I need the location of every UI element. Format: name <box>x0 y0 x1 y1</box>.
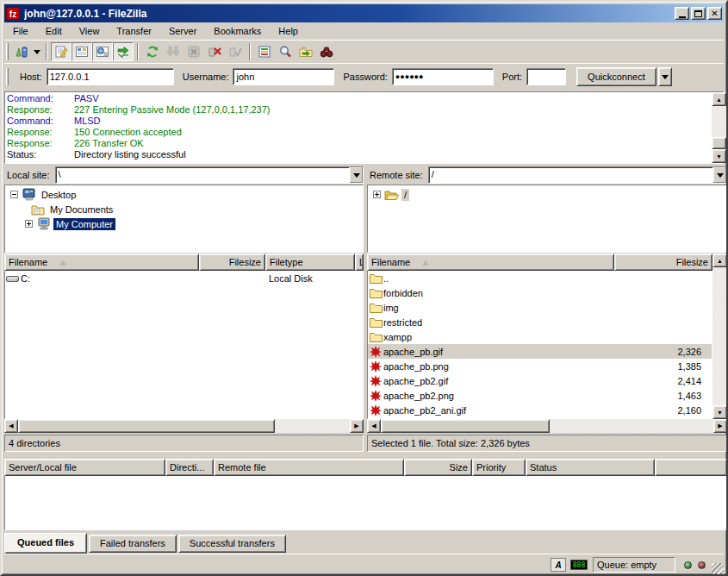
toggle-message-log-button[interactable] <box>51 42 72 61</box>
remote-site-dropdown[interactable] <box>712 167 726 183</box>
find-files-button[interactable] <box>316 42 337 61</box>
menu-edit[interactable]: Edit <box>37 23 71 39</box>
username-input[interactable] <box>233 68 334 85</box>
message-log-icon <box>54 45 68 59</box>
scroll-left-icon[interactable]: ◀ <box>4 419 18 433</box>
column-server-local-file[interactable]: Server/Local file <box>4 459 165 476</box>
remote-site-combo[interactable]: / <box>428 166 727 184</box>
tab-failed-transfers[interactable]: Failed transfers <box>89 535 177 553</box>
tree-item-my-computer[interactable]: My Computer <box>5 216 363 231</box>
toolbar-grip[interactable] <box>6 43 9 60</box>
menu-server[interactable]: Server <box>160 23 205 39</box>
queue-list[interactable] <box>4 476 727 530</box>
column-filetype[interactable]: Filetype <box>265 254 355 271</box>
speed-limits-icon[interactable]: 888 <box>570 560 588 570</box>
directory-filters-button[interactable] <box>254 42 275 61</box>
menu-bookmarks[interactable]: Bookmarks <box>205 23 270 39</box>
file-row[interactable]: img <box>368 300 712 315</box>
column-status[interactable]: Status <box>526 459 655 476</box>
local-tree[interactable]: Desktop My Documents My Computer <box>4 185 364 253</box>
image-file-icon <box>368 404 383 416</box>
local-site-dropdown[interactable] <box>349 167 363 183</box>
tree-item-my-documents[interactable]: My Documents <box>5 202 363 216</box>
tab-successful-transfers[interactable]: Successful transfers <box>178 535 286 553</box>
disconnect-button[interactable] <box>204 42 225 61</box>
column-remote-file[interactable]: Remote file <box>214 459 404 476</box>
expand-icon[interactable] <box>25 220 33 228</box>
transfer-type-icon[interactable]: A <box>551 558 566 572</box>
local-hscrollbar[interactable]: ◀ ▶ <box>4 419 364 433</box>
site-manager-button[interactable] <box>11 42 32 61</box>
scroll-up-icon[interactable]: ▲ <box>712 92 726 106</box>
column-filesize[interactable]: Filesize <box>614 254 712 271</box>
local-file-list[interactable]: C: Local Disk <box>4 271 364 419</box>
column-direction[interactable]: Directi... <box>165 459 214 476</box>
scroll-down-icon[interactable]: ▼ <box>712 149 726 163</box>
maximize-button[interactable] <box>691 7 706 20</box>
scroll-left-icon[interactable]: ◀ <box>367 419 381 433</box>
port-input[interactable] <box>526 68 566 85</box>
column-last-modified[interactable]: L <box>355 254 364 271</box>
local-site-combo[interactable]: \ <box>55 166 364 184</box>
tab-queued-files[interactable]: Queued files <box>4 533 87 554</box>
column-filesize[interactable]: Filesize <box>199 254 265 271</box>
remote-tree[interactable]: / <box>367 185 727 253</box>
log-line: Response:226 Transfer OK <box>7 138 721 149</box>
column-priority[interactable]: Priority <box>472 459 526 476</box>
password-input[interactable] <box>392 68 494 85</box>
refresh-button[interactable] <box>142 42 163 61</box>
cancel-operation-button[interactable] <box>184 42 204 61</box>
resize-grip-icon[interactable] <box>712 563 724 575</box>
column-size[interactable]: Size <box>404 459 472 476</box>
scroll-thumb[interactable] <box>18 419 275 433</box>
file-row-selected[interactable]: apache_pb.gif 2,326 <box>368 344 712 359</box>
collapse-icon[interactable] <box>10 191 18 198</box>
remote-file-list[interactable]: .. forbidden img restricted xampp <box>367 271 712 419</box>
quickconnect-dropdown[interactable] <box>658 67 672 86</box>
scroll-right-icon[interactable]: ▶ <box>713 419 727 433</box>
menu-transfer[interactable]: Transfer <box>108 23 160 39</box>
toggle-local-tree-button[interactable] <box>72 42 92 61</box>
quickconnect-button[interactable]: Quickconnect <box>576 67 656 86</box>
title-bar[interactable]: fz john@127.0.0.1 - FileZilla ✕ <box>4 4 724 22</box>
process-queue-button[interactable] <box>163 42 184 61</box>
menu-help[interactable]: Help <box>270 23 307 39</box>
message-log[interactable]: Command:PASV Response:227 Entering Passi… <box>4 91 724 164</box>
log-scrollbar[interactable]: ▲ ▼ <box>712 92 726 163</box>
file-row[interactable]: apache_pb2.png 1,463 <box>368 388 712 403</box>
scroll-right-icon[interactable]: ▶ <box>350 419 364 433</box>
dropdown-icon <box>353 173 360 178</box>
toggle-remote-tree-button[interactable] <box>92 42 113 61</box>
site-manager-dropdown[interactable] <box>32 42 42 61</box>
file-row[interactable]: apache_pb.png 1,385 <box>368 359 712 373</box>
minimize-button[interactable] <box>675 7 689 20</box>
scroll-up-icon[interactable]: ▲ <box>712 254 727 267</box>
folder-icon <box>368 302 383 313</box>
scroll-thumb[interactable] <box>381 419 550 433</box>
file-row[interactable]: forbidden <box>368 285 712 300</box>
file-row[interactable]: apache_pb2_ani.gif 2,160 <box>368 403 712 417</box>
host-input[interactable] <box>47 68 174 85</box>
toggle-transfer-queue-button[interactable] <box>113 42 134 61</box>
synchronized-browsing-button[interactable] <box>296 42 316 61</box>
close-button[interactable]: ✕ <box>707 7 722 20</box>
file-row[interactable]: xampp <box>368 329 712 344</box>
column-filename[interactable]: Filename <box>4 254 199 271</box>
scroll-down-icon[interactable]: ▼ <box>712 405 727 419</box>
file-row[interactable]: .. <box>368 271 712 285</box>
file-row[interactable]: apache_pb2.gif 2,414 <box>368 373 712 388</box>
remote-vscrollbar[interactable]: ▲ ▼ <box>712 254 727 419</box>
reconnect-button[interactable] <box>225 42 246 61</box>
menu-file[interactable]: File <box>4 23 37 39</box>
directory-comparison-button[interactable] <box>275 42 296 61</box>
expand-icon[interactable] <box>373 191 381 198</box>
tree-item-root[interactable]: / <box>368 187 726 202</box>
tree-item-desktop[interactable]: Desktop <box>5 187 363 202</box>
remote-hscrollbar[interactable]: ◀ ▶ <box>367 419 727 433</box>
quickconnect-grip[interactable] <box>6 68 9 85</box>
scroll-thumb[interactable] <box>712 137 726 149</box>
file-row[interactable]: restricted <box>368 315 712 329</box>
file-row[interactable]: C: Local Disk <box>5 271 363 285</box>
menu-view[interactable]: View <box>71 23 109 39</box>
column-filename[interactable]: Filename <box>367 254 614 271</box>
